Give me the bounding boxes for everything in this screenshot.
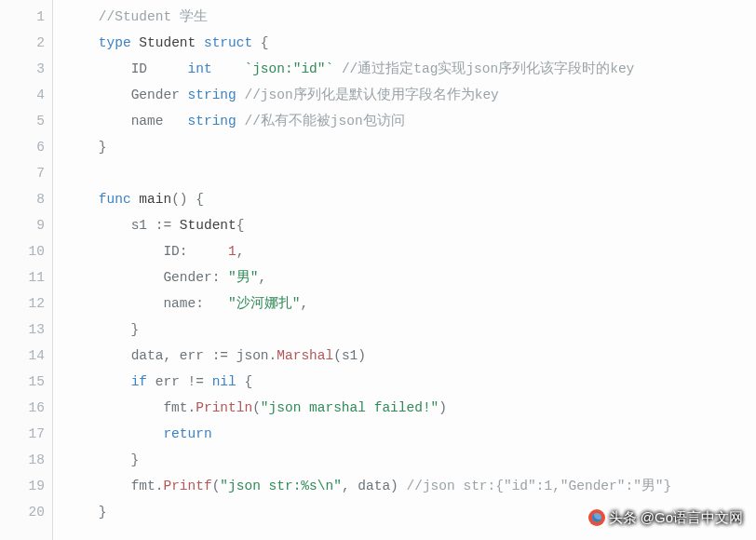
- code-token: type: [99, 35, 131, 50]
- code-line: name string //私有不能被json包访问: [66, 108, 671, 134]
- code-token: if: [131, 374, 147, 389]
- code-token: ,: [258, 270, 266, 285]
- line-number: 7: [4, 160, 45, 186]
- line-number: 18: [4, 447, 45, 473]
- code-token: Marshal: [277, 348, 333, 363]
- code-token: :: [212, 270, 228, 285]
- code-token: [147, 374, 155, 389]
- code-token: Student: [180, 218, 236, 233]
- code-token: [66, 426, 163, 441]
- line-number: 5: [4, 108, 45, 134]
- line-number: 2: [4, 30, 45, 56]
- code-line: Gender: "男",: [66, 264, 671, 290]
- code-token: name: [131, 114, 164, 128]
- code-line: }: [66, 134, 671, 160]
- code-token: :: [180, 244, 228, 259]
- line-number: 11: [4, 264, 45, 290]
- code-line: fmt.Println("json marshal failed!"): [66, 395, 671, 421]
- code-token: "json str:%s\n": [220, 479, 342, 493]
- code-token: func: [99, 192, 131, 207]
- line-number: 19: [4, 473, 45, 499]
- code-token: [228, 348, 236, 363]
- line-number: 17: [4, 421, 45, 447]
- code-token: [66, 296, 163, 311]
- code-token: , data): [342, 479, 407, 493]
- code-token: ,: [163, 348, 179, 363]
- code-line: s1 := Student{: [66, 212, 671, 238]
- code-token: [66, 114, 131, 128]
- code-token: ): [439, 400, 447, 415]
- code-token: [66, 374, 131, 389]
- code-token: :=: [155, 218, 171, 233]
- code-token: (s1): [333, 348, 366, 363]
- code-token: }: [66, 322, 139, 337]
- line-number: 10: [4, 238, 45, 264]
- watermark-text: @Go语言中文网: [641, 505, 743, 531]
- code-token: [66, 192, 99, 207]
- line-number: 13: [4, 317, 45, 343]
- code-token: (: [252, 400, 261, 415]
- code-token: string: [188, 88, 236, 102]
- code-line: //Student 学生: [66, 4, 671, 30]
- code-token: [196, 35, 204, 50]
- code-token: [212, 61, 245, 76]
- code-token: nil: [212, 374, 236, 389]
- code-token: [204, 374, 212, 389]
- code-token: [66, 400, 163, 415]
- code-token: [180, 88, 188, 102]
- watermark: 头条 @Go语言中文网: [588, 505, 743, 531]
- code-token: //json序列化是默认使用字段名作为key: [244, 88, 498, 102]
- code-token: [147, 61, 188, 76]
- code-token: [66, 9, 99, 24]
- code-token: }: [66, 505, 107, 520]
- code-token: !=: [188, 374, 204, 389]
- code-line: }: [66, 499, 671, 525]
- line-number: 12: [4, 290, 45, 317]
- code-token: [171, 218, 180, 233]
- code-line: Gender string //json序列化是默认使用字段名作为key: [66, 82, 671, 108]
- line-number: 8: [4, 186, 45, 212]
- code-token: }: [66, 452, 139, 467]
- line-number: 4: [4, 82, 45, 108]
- line-number: 3: [4, 56, 45, 82]
- code-token: [66, 35, 99, 50]
- code-token: json: [236, 348, 269, 363]
- code-token: err: [155, 374, 180, 389]
- code-token: ,: [300, 296, 308, 311]
- code-token: Gender: [163, 270, 211, 285]
- code-token: [66, 348, 131, 363]
- code-token: //json str:{"id":1,"Gender":"男"}: [407, 479, 672, 493]
- code-token: ID: [131, 61, 147, 76]
- code-token: {: [236, 374, 252, 389]
- code-token: s1: [131, 218, 147, 233]
- code-token: [204, 348, 212, 363]
- code-token: :: [196, 296, 228, 311]
- code-token: int: [188, 61, 212, 76]
- code-token: {: [236, 218, 245, 233]
- code-token: [66, 61, 131, 76]
- line-number: 20: [4, 499, 45, 525]
- code-line: if err != nil {: [66, 369, 671, 395]
- line-number: 1: [4, 4, 45, 30]
- code-token: "沙河娜扎": [228, 296, 300, 311]
- code-token: [66, 244, 163, 259]
- line-number: 14: [4, 343, 45, 369]
- code-line: func main() {: [66, 186, 671, 212]
- code-line: }: [66, 317, 671, 343]
- code-token: () {: [171, 192, 204, 207]
- code-token: {: [252, 35, 268, 50]
- code-line: name: "沙河娜扎",: [66, 290, 671, 317]
- code-token: Printf: [163, 479, 211, 493]
- code-line: [66, 160, 671, 186]
- code-token: //私有不能被json包访问: [244, 114, 404, 128]
- code-area: //Student 学生 type Student struct { ID in…: [53, 0, 671, 540]
- code-token: name: [163, 296, 196, 311]
- code-token: fmt: [163, 400, 187, 415]
- code-line: return: [66, 421, 671, 447]
- code-token: [66, 479, 131, 493]
- code-token: }: [66, 140, 107, 155]
- code-line: data, err := json.Marshal(s1): [66, 343, 671, 369]
- code-token: struct: [204, 35, 252, 50]
- code-token: Gender: [131, 88, 180, 102]
- code-line: fmt.Printf("json str:%s\n", data) //json…: [66, 473, 671, 499]
